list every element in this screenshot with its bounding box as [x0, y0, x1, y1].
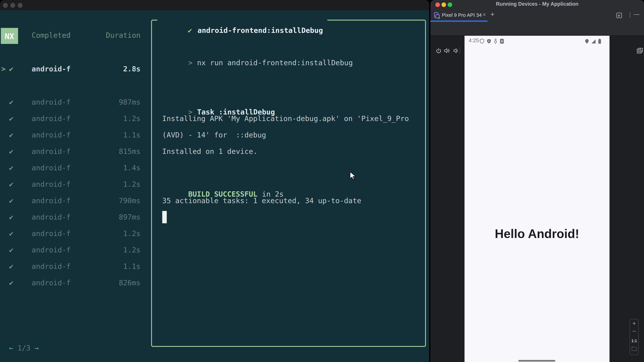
- app-icon: A: [500, 38, 504, 45]
- check-icon: ✔: [9, 212, 14, 222]
- check-icon: ✔: [9, 64, 14, 74]
- task-row[interactable]: ✔android-f1.2s: [0, 179, 146, 189]
- task-duration: 1.1s: [123, 130, 140, 140]
- zoom-out-button[interactable]: −: [630, 328, 638, 335]
- mouse-cursor: [350, 171, 356, 183]
- task-duration: 1.1s: [123, 261, 140, 271]
- device-icon: [434, 12, 440, 20]
- check-icon: ✔: [9, 229, 14, 239]
- task-name: android-f: [32, 261, 70, 271]
- task-row[interactable]: ✔android-f1.2s: [0, 114, 146, 123]
- task-duration: 1.2s: [123, 114, 140, 123]
- check-icon: ✔: [9, 261, 14, 271]
- task-row[interactable]: ✔android-f1.2s: [0, 245, 146, 255]
- device-toolbar: ◁ ○ □ ↺ ⋮: [430, 22, 644, 36]
- dock-window-icon[interactable]: [616, 12, 622, 20]
- toolbar-separator: [460, 47, 460, 54]
- pagination: ←1/3→: [9, 343, 39, 353]
- task-name: android-f: [32, 179, 70, 189]
- task-row[interactable]: ✔android-f790ms: [0, 196, 146, 206]
- task-duration: 1.4s: [123, 163, 140, 173]
- check-icon: ✔: [9, 179, 14, 189]
- shield-icon: [480, 38, 484, 45]
- terminal-command-line: >nx run android-frontend:installDebug: [162, 48, 353, 58]
- check-icon: ✔: [9, 196, 14, 206]
- task-duration: 826ms: [119, 278, 140, 288]
- check-icon: ✔: [9, 245, 14, 255]
- hide-panel-icon[interactable]: —: [634, 11, 640, 17]
- task-name: android-f: [32, 278, 70, 288]
- zoom-button[interactable]: [18, 3, 22, 8]
- volume-up-icon[interactable]: [444, 48, 450, 54]
- build-summary-line: 35 actionable tasks: 1 executed, 34 up-t…: [162, 196, 361, 206]
- play-protect-icon: [487, 38, 491, 45]
- minimize-button[interactable]: [10, 3, 15, 8]
- column-duration: Duration: [106, 31, 140, 39]
- close-tab-icon[interactable]: ✕: [482, 12, 486, 17]
- gesture-handle[interactable]: [518, 360, 555, 362]
- task-name: android-f: [32, 245, 70, 255]
- person-pin-icon: [494, 38, 498, 45]
- close-button[interactable]: [3, 3, 8, 8]
- build-status-line: BUILD SUCCESSFULin 2s: [162, 179, 284, 189]
- task-duration: 1.2s: [123, 229, 140, 239]
- prev-page-arrow[interactable]: ←: [9, 344, 14, 352]
- power-button-icon[interactable]: [435, 48, 442, 54]
- command-text: nx run android-frontend:installDebug: [197, 59, 353, 67]
- emulator-screen[interactable]: 4:25 A Hello Android!: [464, 36, 610, 362]
- status-bar-system-icons: [585, 38, 601, 45]
- check-icon: ✔: [9, 130, 14, 140]
- task-row[interactable]: ✔android-f1.4s: [0, 163, 146, 173]
- task-duration: 1.2s: [123, 179, 140, 189]
- task-name: android-f: [32, 64, 70, 74]
- column-completed: Completed: [32, 31, 70, 39]
- selection-chevron-icon: >: [1, 64, 6, 74]
- task-row[interactable]: ✔android-f1.1s: [0, 261, 146, 271]
- task-duration: 987ms: [119, 97, 140, 107]
- task-output-title: ✔android-frontend:installDebug: [157, 14, 328, 25]
- terminal-line: >Task :installDebug: [162, 97, 275, 107]
- task-duration: 897ms: [119, 212, 140, 222]
- check-icon: ✔: [9, 163, 14, 173]
- task-duration: 2.8s: [123, 64, 140, 74]
- layout-inspector-icon[interactable]: [636, 48, 643, 54]
- terminal-line: (AVD) - 14' for ::debug: [162, 130, 266, 140]
- task-row[interactable]: ✔android-f897ms: [0, 212, 146, 222]
- task-name: android-f: [32, 212, 70, 222]
- task-row[interactable]: ✔android-f1.1s: [0, 130, 146, 140]
- task-name: android-f: [32, 130, 70, 140]
- task-row-selected[interactable]: > ✔ android-f 2.8s: [0, 64, 146, 74]
- check-icon: ✔: [9, 146, 14, 156]
- task-row[interactable]: ✔android-f1.2s: [0, 229, 146, 239]
- desktop: NX Completed Duration > ✔ android-f 2.8s…: [0, 0, 644, 362]
- zoom-controls: + − 1:1: [630, 319, 639, 355]
- check-icon: ✔: [9, 278, 14, 288]
- task-name: android-f: [32, 229, 70, 239]
- add-device-tab-button[interactable]: +: [490, 11, 494, 19]
- more-options-icon[interactable]: ⋮: [627, 11, 633, 18]
- task-list-header: Completed Duration: [0, 31, 146, 41]
- task-row[interactable]: ✔android-f987ms: [0, 97, 146, 107]
- zoom-in-button[interactable]: +: [630, 320, 638, 327]
- signal-icon: [591, 38, 596, 45]
- device-tabbar: Pixel 9 Pro API 34 ✕ + ⋮ —: [430, 9, 644, 22]
- status-bar-clock: 4:25: [468, 37, 479, 43]
- actual-size-button[interactable]: 1:1: [630, 339, 638, 343]
- running-devices-window: Running Devices - My Application Pixel 9…: [430, 0, 644, 362]
- next-page-arrow[interactable]: →: [34, 344, 39, 352]
- volume-down-icon[interactable]: [453, 48, 459, 54]
- terminal-titlebar: [0, 0, 429, 10]
- task-name: android-f: [32, 114, 70, 123]
- task-row[interactable]: ✔android-f826ms: [0, 278, 146, 288]
- page-indicator: 1/3: [18, 344, 30, 352]
- task-name: android-f: [32, 196, 70, 206]
- task-row[interactable]: ✔android-f815ms: [0, 146, 146, 156]
- terminal-cursor: [162, 211, 167, 223]
- status-bar-notification-icons: A: [480, 38, 504, 45]
- fit-to-window-icon[interactable]: [630, 346, 638, 353]
- check-icon: ✔: [9, 97, 14, 107]
- task-output-title-text: android-frontend:installDebug: [198, 26, 323, 34]
- check-icon: ✔: [9, 114, 14, 123]
- tab-pixel-9-pro[interactable]: Pixel 9 Pro API 34: [442, 12, 482, 18]
- window-title: Running Devices - My Application: [430, 1, 644, 7]
